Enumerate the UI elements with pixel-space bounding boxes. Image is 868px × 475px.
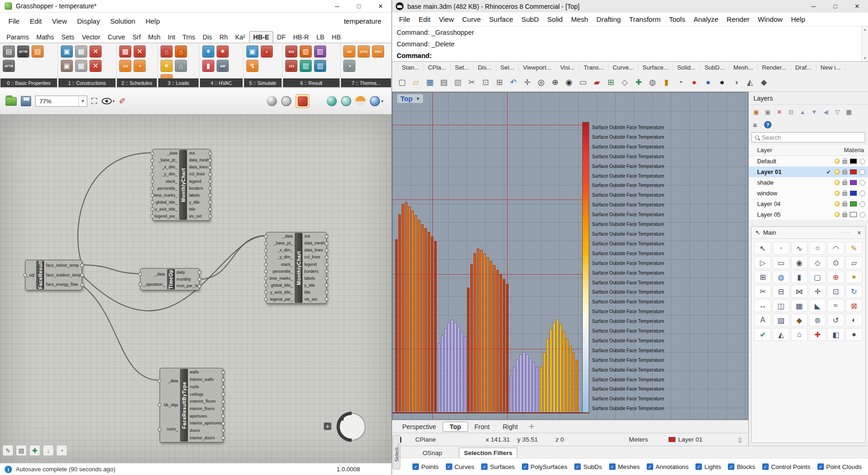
save-file-icon[interactable] bbox=[21, 96, 31, 106]
current-layer-indicator[interactable]: Layer 01 bbox=[669, 436, 703, 443]
toolbar-icon[interactable]: ● bbox=[702, 76, 714, 89]
preview-half-icon[interactable] bbox=[355, 96, 366, 106]
component-faceresult[interactable]: _sqlFaceResultface_indoor_tempface_outdo… bbox=[25, 260, 82, 290]
palette-tool-icon[interactable]: ◇ bbox=[809, 256, 826, 269]
output-exterior-floors[interactable]: exterior_floors bbox=[188, 398, 222, 405]
grasshopper-canvas[interactable]: ✛ ✎▤✚↓◔ _data_base_pt__x_dim__y_dim_stac… bbox=[0, 115, 392, 463]
preview-wire-icon[interactable] bbox=[341, 96, 351, 106]
palette-tool-icon[interactable]: ✛ bbox=[809, 285, 826, 298]
selection-side-tab[interactable]: Selecti... bbox=[392, 435, 400, 469]
filter-blocks[interactable]: ✓Blocks bbox=[728, 463, 755, 470]
layer-lock-icon[interactable] bbox=[842, 213, 847, 217]
layer-tool-icon[interactable]: ⊟ bbox=[786, 107, 796, 117]
input-operation[interactable]: _operation_ bbox=[141, 279, 167, 289]
filter-curves[interactable]: ✓Curves bbox=[446, 463, 475, 470]
output-legend[interactable]: legend bbox=[302, 261, 326, 268]
layer-tool-icon[interactable]: ▣ bbox=[763, 107, 773, 117]
output-out[interactable]: out bbox=[302, 233, 326, 240]
canvas-compass-widget[interactable] bbox=[336, 411, 367, 442]
component-icon[interactable]: ◔ bbox=[343, 60, 355, 72]
output-title[interactable]: title bbox=[302, 289, 326, 296]
rhino-menu-window[interactable]: Window bbox=[754, 14, 787, 25]
output-vis-set[interactable]: vis_set bbox=[302, 296, 326, 303]
gh-tab-ka[interactable]: Ka² bbox=[231, 32, 249, 43]
gh-tab-rh[interactable]: Rh bbox=[216, 32, 231, 43]
output-labels[interactable]: labels bbox=[187, 192, 209, 199]
component-timeop[interactable]: _data_operation_TimeOpdailymonthlymon_pe… bbox=[140, 268, 199, 290]
palette-tool-icon[interactable]: ⊠ bbox=[846, 299, 862, 312]
command-prompt[interactable]: Command: bbox=[392, 50, 868, 61]
palette-tool-icon[interactable]: ⋈ bbox=[791, 285, 808, 298]
toolbar-icon[interactable]: ▰ bbox=[591, 76, 603, 89]
layer-row-layer-05[interactable]: Layer 05 bbox=[749, 209, 868, 220]
palette-tool-icon[interactable]: ⊚ bbox=[809, 314, 826, 327]
display-settings-control[interactable]: ▾ bbox=[370, 96, 383, 106]
layer-color-chip[interactable] bbox=[850, 169, 857, 174]
rhino-menu-mesh[interactable]: Mesh bbox=[567, 14, 592, 25]
canvas-widget-icon[interactable]: ▤ bbox=[16, 445, 27, 456]
palette-tool-icon[interactable]: ◧ bbox=[827, 328, 844, 341]
layer-tool-icon[interactable]: ◀ bbox=[821, 107, 831, 117]
filter-point-clouds[interactable]: ✓Point Clouds bbox=[817, 463, 862, 470]
rhino-menu-help[interactable]: Help bbox=[787, 14, 810, 25]
layer-tool-icon[interactable]: ▽ bbox=[832, 107, 842, 117]
palette-tool-icon[interactable]: ⊡ bbox=[827, 285, 844, 298]
gh-tab-hb-r[interactable]: HB-R bbox=[289, 32, 313, 43]
component-icon[interactable]: ↯ bbox=[246, 60, 258, 72]
output-interior-floors[interactable]: interior_floors bbox=[188, 405, 222, 413]
checkbox-checked-icon[interactable]: ✓ bbox=[762, 463, 769, 470]
toolbar-icon[interactable]: ● bbox=[688, 76, 701, 89]
palette-tool-icon[interactable]: ▱ bbox=[846, 256, 862, 269]
palette-tool-icon[interactable]: ▮ bbox=[791, 270, 808, 283]
palette-tool-icon[interactable]: ◍ bbox=[772, 270, 789, 283]
input-y-axis-title[interactable]: y_axis_title_ bbox=[267, 289, 295, 296]
palette-tool-icon[interactable]: ▢ bbox=[809, 270, 826, 283]
toolbar-tab-cpla[interactable]: CPla... bbox=[424, 64, 451, 71]
layer-material-icon[interactable] bbox=[860, 169, 865, 175]
statusbar-end-icon[interactable]: ▯ bbox=[739, 436, 742, 443]
layer-visibility-bulb-icon[interactable] bbox=[835, 191, 840, 196]
drag-handle-icon[interactable]: ⋯⋯ bbox=[839, 230, 851, 236]
component-icon[interactable]: ✶ bbox=[217, 45, 229, 58]
toolbar-tab-sel[interactable]: Sel... bbox=[496, 64, 519, 71]
toolbar-tab-solid[interactable]: Solid... bbox=[673, 64, 701, 71]
gh-tab-sets[interactable]: Sets bbox=[58, 32, 78, 43]
canvas-widget-icon[interactable]: ◔ bbox=[56, 445, 67, 456]
output-data-lines[interactable]: data_lines bbox=[302, 247, 326, 254]
output-face-outdoor-temp[interactable]: face_outdoor_temp bbox=[44, 270, 81, 280]
checkbox-checked-icon[interactable]: ✓ bbox=[574, 463, 581, 470]
input-data[interactable]: _data bbox=[267, 233, 295, 240]
component-icon[interactable]: ▣ bbox=[246, 45, 258, 58]
input-stack[interactable]: stack_ bbox=[267, 261, 295, 268]
layer-row-window[interactable]: window bbox=[749, 188, 868, 199]
input-x-dim[interactable]: _x_dim_ bbox=[267, 247, 295, 254]
gh-menu-file[interactable]: File bbox=[4, 15, 24, 27]
layer-lock-icon[interactable] bbox=[842, 192, 847, 196]
wireframe-preview-icon[interactable] bbox=[281, 96, 291, 106]
output-col-lines[interactable]: col_lines bbox=[187, 171, 209, 178]
toolbar-icon[interactable]: ⊡ bbox=[479, 76, 492, 89]
layer-visibility-bulb-icon[interactable] bbox=[835, 212, 840, 217]
maximize-button[interactable]: □ bbox=[348, 0, 370, 12]
toolbar-tab-mesh[interactable]: Mesh... bbox=[729, 64, 758, 71]
viewport-tab-top[interactable]: Top bbox=[443, 422, 468, 432]
input-data[interactable]: _data bbox=[141, 269, 167, 279]
palette-tool-icon[interactable]: ⊟ bbox=[772, 285, 789, 298]
toolbar-icon[interactable]: ◆ bbox=[758, 76, 770, 89]
layer-tool-icon[interactable]: ▼ bbox=[809, 107, 819, 117]
output-y-title[interactable]: y_title bbox=[187, 199, 209, 206]
palette-tool-icon[interactable]: ◐ bbox=[846, 314, 862, 327]
output-roofs[interactable]: roofs bbox=[188, 383, 222, 391]
input-hb-objs[interactable]: hb_objs bbox=[161, 393, 180, 417]
hamburger-icon[interactable]: ≡ bbox=[753, 121, 758, 129]
minimize-button[interactable]: ─ bbox=[326, 0, 348, 12]
palette-tool-icon[interactable]: ▷ bbox=[754, 256, 771, 269]
input-norm[interactable]: norm_ bbox=[161, 417, 180, 442]
input-data[interactable]: _data bbox=[161, 369, 180, 393]
gh-menu-view[interactable]: View bbox=[47, 15, 71, 27]
component-icon[interactable]: ▦ bbox=[75, 60, 87, 72]
palette-tool-icon[interactable]: ✚ bbox=[809, 328, 826, 341]
palette-tool-icon[interactable]: ≈ bbox=[827, 299, 844, 312]
gh-tab-maths[interactable]: Maths bbox=[32, 32, 58, 43]
output-face-indoor-temp[interactable]: face_indoor_temp bbox=[44, 261, 81, 270]
